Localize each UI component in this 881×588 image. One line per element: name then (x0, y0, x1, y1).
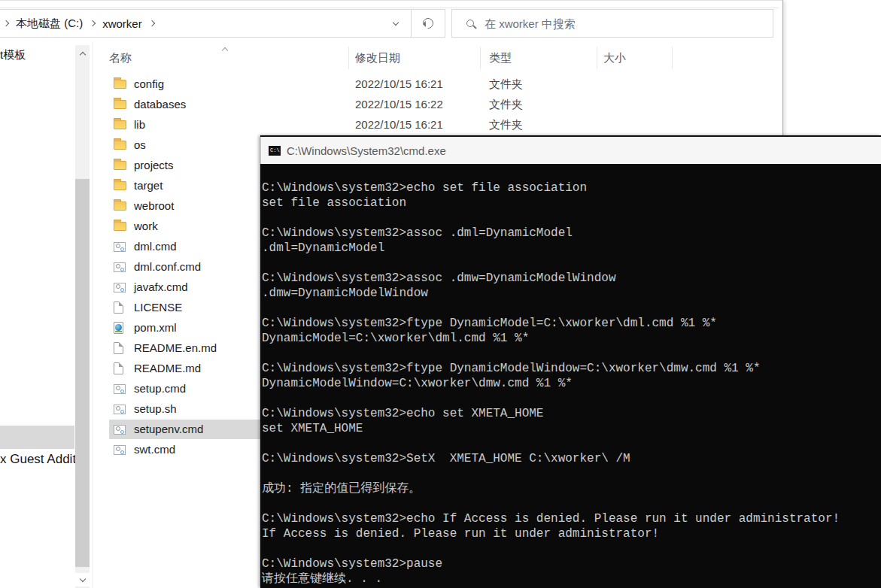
xml-file-icon (114, 322, 123, 334)
column-divider[interactable] (480, 47, 481, 69)
file-name: dml.conf.cmd (134, 260, 201, 273)
cmd-file-icon (114, 242, 126, 252)
file-icon (114, 342, 123, 354)
console-line: .dmw=DynamicModelWindow (262, 286, 881, 301)
sidebar-item-template[interactable]: t模板 (0, 48, 26, 62)
file-name: LICENSE (134, 301, 182, 314)
console-line (262, 256, 881, 271)
folder-icon (114, 222, 126, 231)
console-line (262, 346, 881, 361)
breadcrumb-drive[interactable]: 本地磁盘 (C:) (16, 17, 83, 31)
chevron-down-icon (79, 575, 85, 581)
file-name: os (134, 138, 146, 151)
cmd-title-bar[interactable]: C:\ C:\Windows\System32\cmd.exe (260, 137, 881, 164)
folder-icon (114, 202, 126, 211)
console-line: C:\Windows\system32>echo set file associ… (262, 180, 881, 195)
folder-icon (114, 100, 126, 109)
search-box[interactable] (451, 9, 773, 38)
file-name: dml.cmd (134, 240, 177, 253)
column-header-date[interactable]: 修改日期 (355, 51, 400, 65)
console-line (262, 211, 881, 226)
breadcrumb-chevron-icon[interactable] (148, 20, 154, 26)
console-line: DynamicModelWindow=C:\xworker\dmw.cmd %1… (262, 376, 881, 391)
console-line: .dml=DynamicModel (262, 241, 881, 256)
cmd-file-icon (114, 262, 126, 272)
scrollbar-up-button[interactable] (75, 47, 90, 60)
file-name: README.md (134, 362, 201, 374)
console-line: If Access is denied. Please run it under… (262, 526, 881, 541)
file-row-config[interactable]: config2022/10/15 16:21文件夹 (0, 74, 782, 95)
file-type: 文件夹 (489, 77, 523, 92)
console-line: set XMETA_HOME (262, 421, 881, 436)
console-line (262, 301, 881, 316)
console-line (262, 541, 881, 556)
cmd-file-icon (114, 445, 126, 455)
cmd-file-icon (114, 283, 126, 292)
file-name: projects (134, 159, 174, 171)
file-name: swt.cmd (134, 443, 175, 456)
cmd-file-icon (114, 425, 126, 435)
breadcrumb: 本地磁盘 (C:) xworker (0, 17, 380, 31)
refresh-icon (421, 16, 436, 31)
console-line: C:\Windows\system32>ftype DynamicModelWi… (262, 361, 881, 376)
sort-ascending-icon (223, 42, 227, 55)
file-name: pom.xml (134, 321, 177, 334)
console-line: C:\Windows\system32>ftype DynamicModel=C… (262, 316, 881, 331)
console-line (262, 391, 881, 406)
file-name: javafx.cmd (134, 280, 188, 293)
file-icon (114, 362, 123, 374)
file-name: README.en.md (134, 341, 217, 354)
refresh-button[interactable] (412, 10, 445, 37)
column-header-type[interactable]: 类型 (489, 51, 512, 65)
breadcrumb-chevron-icon[interactable] (90, 20, 96, 26)
console-output[interactable]: C:\Windows\system32>echo set file associ… (260, 164, 881, 588)
cmd-file-icon (114, 384, 126, 394)
file-name: webroot (134, 199, 174, 212)
file-icon (114, 302, 123, 314)
console-line: set file association (262, 195, 881, 211)
column-header-name[interactable]: 名称 (109, 51, 132, 65)
file-name: work (134, 220, 158, 232)
console-line: C:\Windows\system32>SetX XMETA_HOME C:\x… (262, 451, 881, 466)
address-dropdown-button[interactable] (380, 10, 412, 37)
breadcrumb-chevron-icon[interactable] (3, 20, 9, 26)
folder-icon (114, 181, 126, 190)
file-row-databases[interactable]: databases2022/10/15 16:22文件夹 (0, 95, 782, 115)
console-line (262, 496, 881, 511)
console-line: 请按任意键继续. . . (262, 571, 881, 586)
console-line (262, 436, 881, 451)
console-line: C:\Windows\system32>echo If Access is de… (262, 511, 881, 526)
address-bar[interactable]: 本地磁盘 (C:) xworker (0, 9, 445, 38)
file-name: config (134, 77, 164, 90)
column-divider[interactable] (348, 47, 349, 69)
file-row-lib[interactable]: lib2022/10/15 16:21文件夹 (0, 115, 782, 135)
file-date: 2022/10/15 16:22 (355, 98, 443, 111)
column-divider[interactable] (672, 47, 673, 69)
folder-icon (114, 80, 126, 89)
file-date: 2022/10/15 16:21 (355, 77, 443, 90)
column-divider[interactable] (597, 47, 597, 69)
console-line: C:\Windows\system32>assoc .dmw=DynamicMo… (262, 271, 881, 286)
folder-icon (114, 161, 126, 170)
file-type: 文件夹 (489, 118, 523, 132)
cmd-window-title: C:\Windows\System32\cmd.exe (287, 144, 446, 157)
search-input[interactable] (485, 17, 773, 30)
scrollbar-down-button[interactable] (75, 573, 90, 586)
search-icon (466, 20, 474, 27)
breadcrumb-folder[interactable]: xworker (102, 17, 142, 30)
folder-icon (114, 120, 126, 129)
console-line: C:\Windows\system32>assoc .dml=DynamicMo… (262, 226, 881, 241)
window-top-edge (0, 0, 782, 1)
console-line: DynamicModel=C:\xworker\dml.cmd %1 %* (262, 331, 881, 346)
chevron-up-icon (79, 51, 85, 57)
console-line: 成功: 指定的值已得到保存。 (262, 481, 881, 496)
file-name: setupenv.cmd (134, 423, 203, 435)
folder-icon (114, 141, 126, 150)
console-line (262, 466, 881, 481)
file-name: databases (134, 98, 186, 111)
file-name: setup.cmd (134, 382, 186, 395)
console-line: C:\Windows\system32>pause (262, 556, 881, 571)
cmd-file-icon (114, 405, 126, 414)
toolbar-divider (0, 8, 779, 8)
column-header-size[interactable]: 大小 (603, 51, 626, 65)
